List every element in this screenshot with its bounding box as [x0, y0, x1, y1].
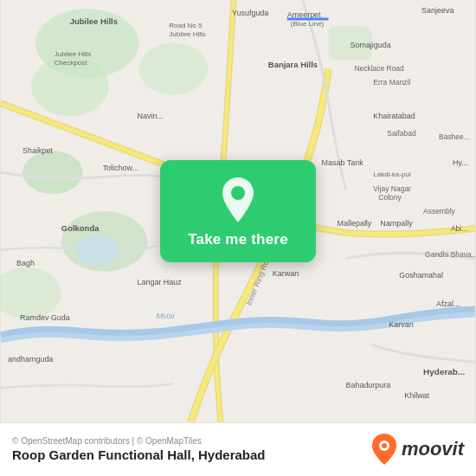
svg-text:Hyderab...: Hyderab... [423, 367, 465, 376]
svg-text:Karvan: Karvan [389, 320, 413, 329]
svg-text:Goshamahal: Goshamahal [399, 271, 443, 280]
svg-text:Golkonda: Golkonda [61, 223, 100, 233]
svg-text:Jubilee Hills: Jubilee Hills [55, 50, 91, 58]
svg-text:Tolichow...: Tolichow... [103, 164, 138, 172]
svg-text:Road No 5: Road No 5 [169, 22, 203, 29]
svg-text:Langar Hauz: Langar Hauz [137, 278, 182, 286]
svg-text:Erra Manzil: Erra Manzil [373, 78, 410, 87]
cta-label: Take me there [188, 231, 288, 248]
svg-text:Yusufguda: Yusufguda [232, 9, 268, 17]
bottom-left: © OpenStreetMap contributors | © OpenMap… [12, 436, 266, 462]
svg-text:Afzal...: Afzal... [436, 299, 460, 308]
svg-text:Hy...: Hy... [453, 158, 468, 167]
svg-point-54 [231, 186, 245, 200]
moovit-text: moovit [402, 438, 464, 460]
svg-text:Shaikpet: Shaikpet [23, 146, 53, 155]
svg-text:Ramdev Guda: Ramdev Guda [20, 313, 70, 322]
svg-text:Somajiguda: Somajiguda [350, 41, 390, 49]
svg-text:Masab Tank: Masab Tank [322, 158, 364, 167]
svg-text:(Blue Line): (Blue Line) [291, 20, 325, 28]
app: Inner Ring Road Musi Jubilee Hills Jubil… [0, 0, 476, 476]
svg-text:Navin...: Navin... [137, 112, 163, 120]
svg-text:Bashee...: Bashee... [439, 132, 470, 141]
svg-text:Bagh: Bagh [16, 259, 35, 267]
svg-text:Jubilee Hills: Jubilee Hills [169, 30, 205, 38]
svg-text:Bahadurpura: Bahadurpura [345, 381, 390, 389]
svg-text:Jubilee Hills: Jubilee Hills [70, 16, 118, 26]
svg-text:Colony: Colony [378, 193, 402, 202]
svg-text:Assembly: Assembly [423, 207, 455, 215]
svg-text:Vijay Nagar: Vijay Nagar [373, 184, 411, 193]
bottom-bar: © OpenStreetMap contributors | © OpenMap… [0, 422, 476, 476]
svg-text:Khilwat: Khilwat [404, 391, 429, 400]
svg-point-3 [138, 43, 208, 95]
svg-text:Musi: Musi [156, 311, 175, 320]
svg-text:Abi...: Abi... [451, 224, 467, 233]
svg-text:Banjara Hills: Banjara Hills [268, 60, 318, 69]
moovit-logo: moovit [370, 433, 464, 466]
svg-text:Mallepally: Mallepally [338, 219, 372, 228]
map-container: Inner Ring Road Musi Jubilee Hills Jubil… [0, 0, 476, 422]
svg-text:Lakdi-ka-pul: Lakdi-ka-pul [373, 170, 411, 178]
place-name: Roop Garden Functional Hall, Hyderabad [12, 447, 266, 462]
attribution-text: © OpenStreetMap contributors | © OpenMap… [12, 436, 266, 446]
svg-text:Sanjeeva: Sanjeeva [421, 6, 453, 15]
svg-text:andhamguda: andhamguda [8, 355, 53, 363]
svg-text:Checkpost: Checkpost [55, 59, 87, 67]
svg-text:Gandhi Bhava...: Gandhi Bhava... [425, 250, 476, 259]
svg-text:Necklace Road: Necklace Road [354, 64, 404, 73]
moovit-icon [370, 433, 398, 466]
cta-button[interactable]: Take me there [160, 160, 316, 262]
svg-point-53 [76, 235, 119, 266]
svg-text:Khairatabad: Khairatabad [373, 112, 415, 120]
svg-text:Nampally: Nampally [380, 219, 413, 228]
location-pin-icon [217, 176, 259, 224]
svg-text:Karwan: Karwan [273, 269, 299, 278]
svg-text:Saifabad: Saifabad [387, 129, 416, 138]
svg-point-4 [23, 151, 83, 194]
svg-point-56 [382, 443, 387, 448]
